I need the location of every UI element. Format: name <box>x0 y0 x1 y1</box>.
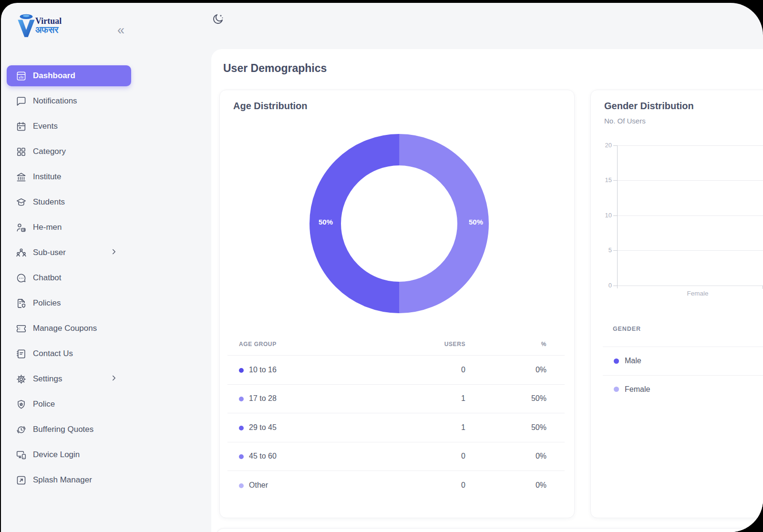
sidebar-item-events[interactable]: Events <box>7 116 131 137</box>
col-percent: % <box>465 341 546 348</box>
sidebar-item-institute[interactable]: Institute <box>7 166 131 187</box>
clock-icon <box>16 424 27 435</box>
series-color-dot <box>239 368 244 373</box>
sidebar-item-chatbot[interactable]: Chatbot <box>7 267 131 288</box>
chevron-right-icon <box>110 374 124 385</box>
sidebar-item-splash-manager[interactable]: Splash Manager <box>7 470 131 491</box>
age-group-cell: 10 to 16 <box>239 366 423 374</box>
message-square-icon <box>16 96 27 107</box>
page-title: User Demographics <box>223 62 327 75</box>
sidebar-item-police[interactable]: Police <box>7 394 131 415</box>
sidebar-item-students[interactable]: Students <box>7 192 131 213</box>
sidebar-item-label: Manage Coupons <box>33 324 97 333</box>
age-group-cell: 29 to 45 <box>239 423 423 432</box>
table-row: 45 to 60 0 0% <box>227 442 565 471</box>
sidebar-item-label: He-men <box>33 223 62 232</box>
sidebar-item-label: Police <box>33 399 55 409</box>
users-cell: 0 <box>423 452 465 460</box>
user-badge-icon <box>16 222 27 233</box>
app-window: Virtual अफसर « Dashboard Notifications E… <box>1 3 763 532</box>
arrow-square-icon <box>16 475 27 486</box>
users-group-icon <box>16 247 27 258</box>
y-tick-label: 5 <box>591 246 612 254</box>
age-group-cell: 45 to 60 <box>239 452 423 460</box>
y-tick-mark <box>613 180 617 181</box>
shield-star-icon <box>16 399 27 410</box>
users-cell: 0 <box>423 481 465 490</box>
col-users: USERS <box>423 341 465 348</box>
sidebar-item-label: Chatbot <box>33 273 62 283</box>
chevron-right-icon <box>110 247 124 258</box>
sidebar-item-label: Dashboard <box>33 71 75 81</box>
y-tick-label: 10 <box>591 212 612 219</box>
calendar-icon <box>16 121 27 132</box>
age-table-header: AGE GROUP USERS % <box>227 333 565 355</box>
col-age-group: AGE GROUP <box>239 341 423 348</box>
brand-v-icon <box>14 12 38 39</box>
sidebar-item-label: Policies <box>33 298 61 308</box>
age-group-cell: 17 to 28 <box>239 394 423 403</box>
series-color-dot <box>239 397 244 401</box>
sidebar-item-label: Category <box>33 147 66 156</box>
y-tick-label: 0 <box>591 282 612 289</box>
sidebar-item-contact-us[interactable]: Contact Us <box>7 343 131 364</box>
sidebar-item-label: Students <box>33 197 65 207</box>
y-axis-line <box>617 145 618 288</box>
legend-label: Male <box>625 357 641 365</box>
ticket-icon <box>16 323 27 334</box>
gender-legend-header: GENDER <box>613 326 641 332</box>
x-category-label: Female <box>669 290 726 297</box>
main-panel: User Demographics Age Distribution 50% 5… <box>211 49 763 532</box>
sidebar-item-label: Notifications <box>33 96 77 106</box>
brand-logo[interactable]: Virtual अफसर <box>14 12 62 39</box>
gender-legend: Male Female <box>603 347 763 403</box>
sidebar-nav: Dashboard Notifications Events Category … <box>7 65 131 495</box>
gender-card-subtitle: No. Of Users <box>604 117 646 125</box>
series-color-dot <box>239 483 244 488</box>
legend-row-male: Male <box>603 347 763 375</box>
sidebar-item-buffering-quotes[interactable]: Buffering Quotes <box>7 419 131 440</box>
percent-cell: 0% <box>465 366 546 374</box>
sidebar-item-sub-user[interactable]: Sub-user <box>7 242 131 263</box>
table-row: Other 0 0% <box>227 471 565 500</box>
donut-slice-label-right: 50% <box>462 218 490 226</box>
address-book-icon <box>16 348 27 359</box>
legend-label: Female <box>625 385 650 394</box>
legend-row-female: Female <box>603 375 763 404</box>
age-group-cell: Other <box>239 481 423 490</box>
gridline <box>617 180 763 181</box>
sidebar-item-label: Buffering Quotes <box>33 425 93 434</box>
brand-name-hindi: अफसर <box>35 25 62 35</box>
moon-stars-icon <box>211 13 224 26</box>
sidebar-item-he-men[interactable]: He-men <box>7 217 131 238</box>
sidebar-item-label: Contact Us <box>33 349 73 358</box>
y-tick-label: 20 <box>591 142 612 149</box>
y-tick-mark <box>613 286 617 286</box>
sidebar-collapse-icon[interactable]: « <box>117 23 124 38</box>
dashboard-icon <box>16 71 27 82</box>
dark-mode-toggle[interactable] <box>211 13 224 28</box>
sidebar-item-policies[interactable]: Policies <box>7 293 131 314</box>
age-donut-chart: 50% 50% <box>309 133 490 314</box>
table-row: 29 to 45 1 50% <box>227 413 565 442</box>
sidebar-item-category[interactable]: Category <box>7 141 131 162</box>
sidebar-item-dashboard[interactable]: Dashboard <box>7 65 131 86</box>
sidebar-item-settings[interactable]: Settings <box>7 368 131 389</box>
percent-cell: 0% <box>465 481 546 490</box>
devices-icon <box>16 450 27 460</box>
gender-card-title: Gender Distribution <box>604 101 694 112</box>
sidebar-item-notifications[interactable]: Notifications <box>7 91 131 112</box>
sidebar-item-device-login[interactable]: Device Login <box>7 444 131 465</box>
users-cell: 0 <box>423 366 465 374</box>
bank-icon <box>16 172 27 183</box>
brand-name: Virtual <box>35 17 62 26</box>
next-section-card <box>216 528 763 532</box>
y-tick-mark <box>613 145 617 146</box>
sidebar-item-manage-coupons[interactable]: Manage Coupons <box>7 318 131 339</box>
users-cell: 1 <box>423 423 465 432</box>
table-row: 17 to 28 1 50% <box>227 384 565 413</box>
percent-cell: 50% <box>465 394 546 403</box>
age-table: AGE GROUP USERS % 10 to 16 0 0% 17 to 28… <box>227 333 565 500</box>
graduation-cap-icon <box>16 197 27 208</box>
y-tick-label: 15 <box>591 176 612 184</box>
